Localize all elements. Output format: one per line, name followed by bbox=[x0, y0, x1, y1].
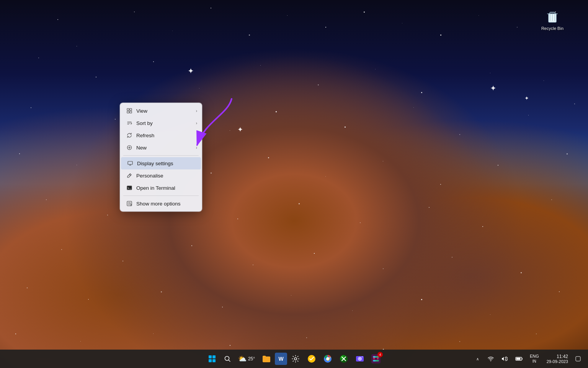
taskbar-gallery[interactable] bbox=[352, 351, 368, 366]
recycle-bin-label: Recycle Bin bbox=[541, 26, 564, 31]
search-button[interactable] bbox=[220, 351, 234, 366]
svg-point-15 bbox=[294, 358, 297, 360]
menu-item-display-settings[interactable]: Display settings bbox=[121, 157, 201, 169]
taskbar-right: ∧ bbox=[473, 350, 588, 368]
taskbar-norton[interactable] bbox=[304, 351, 319, 366]
svg-rect-2 bbox=[127, 108, 129, 110]
menu-terminal-label: Open in Terminal bbox=[136, 185, 196, 191]
start-button[interactable] bbox=[204, 351, 220, 366]
locale-text: IN bbox=[532, 359, 536, 364]
menu-display-settings-label: Display settings bbox=[137, 161, 195, 166]
svg-point-25 bbox=[362, 356, 363, 357]
slack-badge: 4 bbox=[377, 352, 383, 357]
taskbar-file-explorer[interactable] bbox=[259, 351, 274, 366]
view-icon bbox=[126, 108, 132, 114]
recycle-bin-image bbox=[545, 9, 560, 25]
menu-refresh-label: Refresh bbox=[136, 133, 196, 138]
menu-view-label: View bbox=[136, 108, 196, 114]
personalise-icon bbox=[126, 172, 132, 179]
language-indicator[interactable]: ENG IN bbox=[528, 353, 541, 364]
svg-point-24 bbox=[359, 358, 361, 360]
context-menu: View › Sort by › Refresh bbox=[120, 103, 202, 212]
menu-item-open-terminal[interactable]: Open in Terminal bbox=[120, 182, 202, 194]
stars-layer: ✦✦✦✦ bbox=[0, 0, 588, 368]
svg-rect-10 bbox=[209, 355, 212, 358]
svg-rect-3 bbox=[130, 108, 132, 110]
clock-date: 29-09-2023 bbox=[547, 359, 568, 364]
taskbar-settings[interactable] bbox=[288, 351, 303, 366]
new-arrow: › bbox=[196, 146, 197, 150]
notification-button[interactable] bbox=[574, 351, 582, 366]
menu-new-label: New bbox=[136, 145, 196, 151]
tray-volume[interactable] bbox=[499, 354, 510, 363]
menu-item-show-more[interactable]: Show more options bbox=[120, 197, 202, 210]
menu-item-personalise[interactable]: Personalise bbox=[120, 169, 202, 182]
display-settings-icon bbox=[127, 160, 133, 166]
new-icon bbox=[126, 145, 132, 151]
terminal-icon bbox=[126, 185, 132, 191]
menu-show-more-label: Show more options bbox=[136, 201, 196, 207]
taskbar-chrome[interactable] bbox=[320, 351, 335, 366]
menu-item-new[interactable]: New › bbox=[120, 141, 202, 154]
view-arrow: › bbox=[196, 109, 197, 113]
word-icon: W bbox=[278, 356, 283, 362]
svg-rect-7 bbox=[128, 161, 132, 164]
wifi-icon bbox=[488, 356, 494, 362]
taskbar-word[interactable]: W bbox=[275, 353, 287, 365]
recycle-bin-icon[interactable]: Recycle Bin bbox=[540, 8, 565, 32]
tray-network[interactable] bbox=[485, 354, 496, 363]
tray-chevron-button[interactable]: ∧ bbox=[473, 351, 482, 366]
svg-rect-4 bbox=[127, 111, 129, 113]
refresh-icon bbox=[126, 132, 132, 138]
taskbar: ⛅ 25° W bbox=[0, 350, 588, 368]
svg-point-14 bbox=[225, 356, 229, 361]
menu-personalise-label: Personalise bbox=[136, 173, 196, 179]
svg-rect-11 bbox=[212, 355, 216, 358]
clock-widget[interactable]: 11:42 29-09-2023 bbox=[544, 353, 571, 365]
svg-rect-30 bbox=[576, 356, 580, 361]
chevron-icon: ∧ bbox=[476, 357, 479, 361]
taskbar-slack[interactable]: 4 bbox=[368, 351, 384, 366]
taskbar-gaming[interactable] bbox=[336, 351, 351, 366]
tray-battery[interactable] bbox=[513, 354, 525, 363]
volume-icon bbox=[501, 356, 508, 362]
menu-sort-label: Sort by bbox=[136, 120, 196, 126]
taskbar-center: ⛅ 25° W bbox=[204, 351, 384, 366]
battery-icon bbox=[515, 356, 523, 362]
show-more-icon bbox=[126, 200, 132, 207]
svg-point-27 bbox=[490, 361, 491, 361]
notification-icon bbox=[575, 356, 581, 361]
weather-icon: ⛅ bbox=[238, 355, 247, 363]
lang-text: ENG bbox=[530, 354, 539, 359]
svg-rect-5 bbox=[130, 111, 132, 113]
svg-point-19 bbox=[327, 358, 329, 360]
menu-item-sort-by[interactable]: Sort by › bbox=[120, 117, 202, 129]
sort-arrow: › bbox=[196, 121, 197, 125]
svg-rect-12 bbox=[209, 359, 212, 362]
sort-icon bbox=[126, 120, 132, 126]
svg-rect-13 bbox=[212, 359, 216, 362]
taskbar-weather[interactable]: ⛅ 25° bbox=[235, 351, 258, 366]
svg-rect-29 bbox=[516, 358, 520, 360]
menu-item-refresh[interactable]: Refresh bbox=[120, 129, 202, 141]
clock-time: 11:42 bbox=[557, 354, 568, 359]
menu-item-view[interactable]: View › bbox=[120, 105, 202, 117]
weather-temp: 25° bbox=[248, 356, 255, 361]
separator-1 bbox=[123, 155, 199, 156]
separator-2 bbox=[123, 196, 199, 196]
